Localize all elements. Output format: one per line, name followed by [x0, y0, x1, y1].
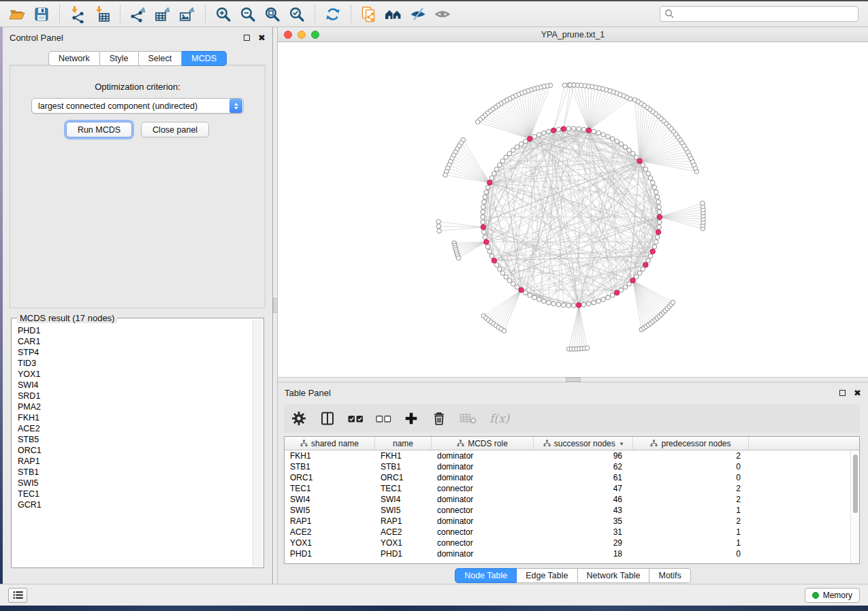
create-column-button[interactable] — [404, 411, 419, 426]
memory-button[interactable]: Memory — [805, 588, 860, 603]
export-table-button[interactable] — [151, 3, 174, 25]
table-cell[interactable]: 43 — [534, 505, 633, 516]
mcds-result-item[interactable]: TID3 — [13, 358, 253, 369]
close-panel-icon[interactable]: ✖ — [258, 33, 266, 42]
delete-table-button[interactable] — [460, 412, 477, 425]
mcds-result-item[interactable]: ACE2 — [13, 423, 253, 434]
table-cell[interactable]: dominator — [432, 494, 534, 505]
table-cell[interactable]: dominator — [432, 548, 534, 559]
table-scrollbar[interactable] — [850, 451, 859, 563]
table-cell[interactable]: 35 — [534, 516, 633, 527]
save-session-button[interactable] — [30, 3, 53, 25]
mcds-result-item[interactable]: SWI4 — [13, 380, 253, 391]
table-cell[interactable]: STB1 — [375, 461, 432, 472]
mcds-result-item[interactable]: RAP1 — [13, 456, 253, 467]
network-view-canvas[interactable] — [278, 42, 868, 377]
show-hide-button[interactable] — [431, 3, 454, 25]
mcds-result-item[interactable]: ORC1 — [13, 445, 253, 456]
mcds-result-item[interactable]: STB1 — [13, 467, 253, 478]
table-cell[interactable]: 18 — [534, 548, 633, 559]
table-cell[interactable] — [749, 516, 859, 527]
table-cell[interactable]: connector — [432, 483, 534, 494]
scrollbar-thumb[interactable] — [853, 455, 858, 513]
mcds-result-item[interactable]: PHD1 — [13, 325, 253, 336]
mcds-result-item[interactable]: STB5 — [13, 434, 253, 445]
zoom-fit-button[interactable] — [261, 3, 284, 25]
table-row[interactable]: ORC1ORC1dominator610 — [285, 472, 859, 483]
hide-graphics-details-button[interactable] — [406, 3, 430, 25]
import-network-button[interactable] — [66, 3, 89, 25]
column-header-name[interactable]: name — [375, 437, 432, 450]
table-cell[interactable]: ORC1 — [285, 472, 375, 483]
table-cell[interactable]: SWI4 — [375, 494, 432, 505]
table-cell[interactable] — [749, 548, 859, 559]
table-cell[interactable] — [749, 450, 859, 461]
table-cell[interactable]: 1 — [633, 538, 749, 548]
table-cell[interactable]: 0 — [633, 472, 749, 483]
mcds-result-item[interactable]: SWI5 — [13, 478, 253, 489]
table-cell[interactable]: 0 — [633, 461, 749, 472]
column-header-MCDS-role[interactable]: MCDS role — [432, 437, 534, 450]
mcds-result-item[interactable]: GCR1 — [13, 499, 253, 510]
zoom-out-button[interactable] — [236, 3, 259, 25]
table-cell[interactable]: dominator — [432, 461, 534, 472]
table-cell[interactable] — [749, 538, 859, 548]
table-cell[interactable]: dominator — [432, 450, 534, 461]
table-cell[interactable] — [749, 505, 859, 516]
vertical-splitter[interactable] — [273, 27, 278, 584]
table-cell[interactable]: 2 — [633, 516, 749, 527]
table-cell[interactable]: RAP1 — [285, 516, 375, 527]
zoom-selected-button[interactable] — [285, 3, 308, 25]
table-cell[interactable]: FKH1 — [375, 450, 432, 461]
table-cell[interactable]: PHD1 — [375, 548, 432, 559]
mcds-result-item[interactable]: FKH1 — [13, 412, 253, 423]
search-input[interactable] — [660, 6, 858, 22]
table-cell[interactable]: connector — [432, 505, 534, 516]
table-cell[interactable] — [749, 461, 859, 472]
network-from-selection-button[interactable] — [357, 3, 381, 25]
table-cell[interactable]: TEC1 — [285, 483, 375, 494]
tab-motifs[interactable]: Motifs — [649, 568, 690, 583]
table-mode-button[interactable] — [291, 410, 307, 427]
table-cell[interactable] — [749, 527, 859, 538]
table-cell[interactable]: 47 — [534, 483, 633, 494]
table-cell[interactable]: 31 — [534, 527, 633, 538]
table-cell[interactable]: 62 — [534, 461, 633, 472]
table-cell[interactable]: ORC1 — [375, 472, 432, 483]
splitter-handle[interactable] — [273, 298, 278, 313]
mcds-result-item[interactable]: PMA2 — [13, 401, 253, 412]
tab-network-table[interactable]: Network Table — [578, 568, 650, 583]
open-session-button[interactable] — [5, 3, 29, 25]
table-cell[interactable]: 29 — [534, 538, 633, 548]
refresh-view-button[interactable] — [321, 3, 344, 25]
table-cell[interactable] — [749, 483, 859, 494]
table-cell[interactable]: ACE2 — [375, 527, 432, 538]
table-cell[interactable]: 2 — [633, 483, 749, 494]
deselect-all-button[interactable] — [376, 414, 391, 423]
mcds-result-item[interactable]: STP4 — [13, 347, 253, 358]
tab-edge-table[interactable]: Edge Table — [517, 568, 577, 583]
table-cell[interactable]: YOX1 — [375, 538, 432, 548]
sort-indicator-icon[interactable]: ▾ — [620, 440, 624, 447]
table-cell[interactable]: 2 — [633, 494, 749, 505]
table-cell[interactable]: 2 — [633, 450, 749, 461]
run-mcds-button[interactable]: Run MCDS — [66, 122, 132, 137]
task-history-button[interactable] — [8, 588, 27, 603]
mcds-result-item[interactable]: TEC1 — [13, 489, 253, 499]
table-cell[interactable]: 61 — [534, 472, 633, 483]
table-cell[interactable]: 1 — [633, 505, 749, 516]
table-cell[interactable] — [749, 472, 859, 483]
table-cell[interactable]: 0 — [633, 548, 749, 559]
column-header-successor-nodes[interactable]: successor nodes▾ — [534, 437, 633, 450]
select-all-button[interactable] — [348, 414, 364, 423]
export-network-button[interactable] — [127, 3, 150, 25]
table-cell[interactable]: 96 — [534, 450, 633, 461]
table-row[interactable]: ACE2ACE2connector311 — [285, 527, 859, 538]
table-cell[interactable]: SWI5 — [375, 505, 432, 516]
table-cell[interactable]: ACE2 — [285, 527, 375, 538]
table-cell[interactable]: connector — [432, 527, 534, 538]
table-cell[interactable]: connector — [432, 538, 534, 548]
horizontal-splitter[interactable] — [278, 377, 868, 382]
table-cell[interactable]: SWI4 — [285, 494, 375, 505]
table-row[interactable]: SWI4SWI4dominator462 — [285, 494, 859, 505]
